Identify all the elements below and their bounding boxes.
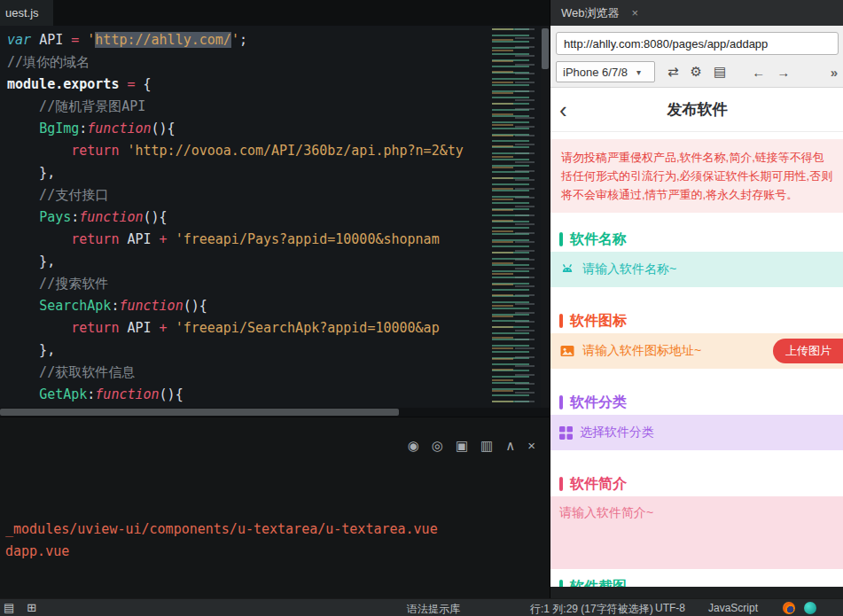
back-chevron-icon[interactable]: ‹ xyxy=(559,98,567,121)
name-input-placeholder: 请输入软件名称~ xyxy=(582,261,676,277)
browser-bottom-strip xyxy=(550,587,843,598)
debug-icon[interactable]: ◉ xyxy=(408,439,419,453)
minimap-lines xyxy=(515,28,535,406)
page-viewport: ‹ 发布软件 请勿投稿严重侵权产品,软件名称,简介,链接等不得包括任何形式的引流… xyxy=(550,88,843,587)
section-bar xyxy=(559,477,563,491)
url-input[interactable] xyxy=(556,32,839,55)
page-header: ‹ 发布软件 xyxy=(550,88,843,132)
section-bar xyxy=(559,580,563,587)
vertical-scroll-thumb[interactable] xyxy=(542,28,549,69)
browser-toolbar: iPhone 6/7/8 ▾ ⇄⚙▤←→» xyxy=(550,26,843,88)
section-title-category: 软件分类 xyxy=(550,390,843,415)
terminal-panel-icon[interactable]: ▤ xyxy=(4,601,14,615)
device-toolbar-row: iPhone 6/7/8 ▾ ⇄⚙▤←→» xyxy=(556,61,839,82)
syntax-library-status[interactable]: 语法提示库 xyxy=(407,602,460,616)
console-line[interactable]: dapp.vue xyxy=(5,541,546,563)
browser-tab[interactable]: Web浏览器 xyxy=(550,5,627,21)
icon-url-input[interactable]: 请输入软件图标地址~ 上传图片 xyxy=(550,333,843,369)
firefox-icon[interactable] xyxy=(783,602,795,614)
editor-vertical-scrollbar[interactable] xyxy=(541,26,550,408)
hbuilderx-window: uest.js var API = 'http://ahlly.com/';//… xyxy=(0,0,843,616)
browser-tool-icons: ⇄⚙▤←→» xyxy=(667,64,839,80)
section-bar xyxy=(559,395,563,409)
back-arrow-icon[interactable]: ← xyxy=(752,65,765,80)
section-bar xyxy=(559,314,563,328)
section-title-label: 软件截图 xyxy=(570,578,627,588)
forward-arrow-icon[interactable]: → xyxy=(777,65,790,80)
section-title-name: 软件名称 xyxy=(550,227,843,252)
section-bar xyxy=(559,232,563,246)
browser-tabbar: Web浏览器 × xyxy=(550,0,843,26)
chevron-down-icon: ▾ xyxy=(636,67,641,77)
name-input[interactable]: 请输入软件名称~ xyxy=(550,252,843,287)
collapse-icon[interactable]: ∧ xyxy=(505,439,515,453)
teal-globe-icon[interactable] xyxy=(804,602,816,614)
status-bar: ▤⊞ 语法提示库 行:1 列:29 (17字符被选择) UTF-8 JavaSc… xyxy=(0,598,843,616)
section-title-label: 软件分类 xyxy=(570,394,627,412)
console-pane: ◉◎▣▥∧× _modules/uview-ui/components/u-te… xyxy=(0,417,550,598)
cursor-position-status[interactable]: 行:1 列:29 (17字符被选择) xyxy=(530,602,653,616)
category-select[interactable]: 选择软件分类 xyxy=(550,415,843,450)
more-icon[interactable]: » xyxy=(831,65,838,80)
console-output: _modules/uview-ui/components/u-textarea/… xyxy=(5,519,546,563)
rotate-device-icon[interactable]: ⇄ xyxy=(667,64,679,80)
horizontal-scroll-thumb[interactable] xyxy=(0,409,399,416)
code-lines[interactable]: var API = 'http://ahlly.com/';//填你的域名mod… xyxy=(0,26,491,408)
category-placeholder: 选择软件分类 xyxy=(580,425,654,441)
section-title-label: 软件简介 xyxy=(570,475,627,494)
editor-pane: uest.js var API = 'http://ahlly.com/';//… xyxy=(0,0,550,598)
rerun-icon[interactable]: ◎ xyxy=(432,439,443,453)
section-title-intro: 软件简介 xyxy=(550,472,843,496)
grid-icon xyxy=(559,426,573,440)
minimap-lines xyxy=(492,28,513,406)
grid-panel-icon[interactable]: ⊞ xyxy=(27,601,36,615)
stop-icon[interactable]: ▣ xyxy=(456,439,468,453)
page-title: 发布软件 xyxy=(667,99,728,120)
console-toolbar: ◉◎▣▥∧× xyxy=(408,439,535,453)
image-icon xyxy=(559,343,575,359)
console-panel-icon[interactable]: ▤ xyxy=(714,64,726,80)
settings-gear-icon[interactable]: ⚙ xyxy=(691,64,702,80)
section-title-label: 软件名称 xyxy=(570,230,627,249)
section-title-screenshot: 软件截图 xyxy=(550,574,843,587)
encoding-status[interactable]: UTF-8 xyxy=(655,602,685,614)
device-select[interactable]: iPhone 6/7/8 ▾ xyxy=(556,61,655,82)
language-mode-status[interactable]: JavaScript xyxy=(708,602,758,614)
intro-textarea[interactable]: 请输入软件简介~ xyxy=(550,496,843,569)
warning-notice: 请勿投稿严重侵权产品,软件名称,简介,链接等不得包括任何形式的引流行为,必须保证… xyxy=(550,139,843,213)
statusbar-left-icons: ▤⊞ xyxy=(4,601,36,615)
tab-close-icon[interactable]: × xyxy=(627,6,644,19)
code-editor[interactable]: var API = 'http://ahlly.com/';//填你的域名mod… xyxy=(0,26,550,417)
editor-tabbar: uest.js xyxy=(0,0,550,26)
browser-pane: Web浏览器 × iPhone 6/7/8 ▾ ⇄⚙▤←→» ‹ 发布软件 请勿… xyxy=(550,0,843,598)
console-line[interactable]: _modules/uview-ui/components/u-textarea/… xyxy=(5,519,546,541)
editor-tab-request-js[interactable]: uest.js xyxy=(0,0,53,26)
android-icon xyxy=(559,261,575,277)
section-title-icon: 软件图标 xyxy=(550,308,843,333)
screenshot-icon[interactable]: ▥ xyxy=(480,439,493,453)
clear-icon[interactable]: × xyxy=(527,439,535,453)
device-select-value: iPhone 6/7/8 xyxy=(563,66,628,79)
editor-horizontal-scrollbar[interactable] xyxy=(0,408,550,417)
minimap[interactable] xyxy=(489,28,539,406)
section-title-label: 软件图标 xyxy=(570,312,627,331)
upload-image-button[interactable]: 上传图片 xyxy=(773,339,843,363)
icon-input-placeholder: 请输入软件图标地址~ xyxy=(582,343,701,359)
